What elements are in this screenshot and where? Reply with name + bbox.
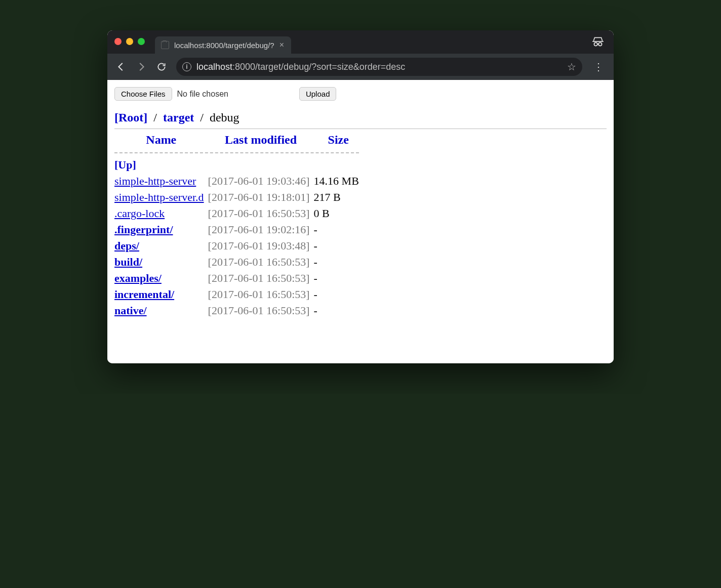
- col-modified[interactable]: Last modified: [208, 131, 314, 149]
- table-row: deps/[2017-06-01 19:03:48]-: [114, 238, 363, 254]
- file-size: -: [314, 303, 363, 319]
- file-modified: [2017-06-01 19:03:46]: [208, 173, 314, 189]
- file-size: 217 B: [314, 189, 363, 205]
- file-modified: [2017-06-01 19:02:16]: [208, 222, 314, 238]
- address-bar[interactable]: i localhost:8000/target/debug/?sort=size…: [176, 58, 582, 76]
- file-modified: [2017-06-01 16:50:53]: [208, 254, 314, 270]
- browser-window: localhost:8000/target/debug/? × i lo: [107, 30, 614, 363]
- titlebar: localhost:8000/target/debug/? ×: [107, 30, 614, 54]
- folder-link[interactable]: deps/: [114, 239, 139, 252]
- svg-point-0: [594, 43, 597, 46]
- table-row: .fingerprint/[2017-06-01 19:02:16]-: [114, 222, 363, 238]
- forward-button: [133, 58, 150, 75]
- url-text: localhost:8000/target/debug/?sort=size&o…: [196, 62, 562, 72]
- incognito-icon: [591, 35, 605, 49]
- choose-files-button[interactable]: Choose Files: [114, 87, 172, 101]
- file-modified: [2017-06-01 16:50:53]: [208, 205, 314, 222]
- tab-title: localhost:8000/target/debug/?: [174, 41, 274, 50]
- bookmark-icon[interactable]: ☆: [567, 61, 576, 73]
- window-controls: [114, 38, 145, 45]
- table-row: build/[2017-06-01 16:50:53]-: [114, 254, 363, 270]
- table-row: simple-http-server.d[2017-06-01 19:18:01…: [114, 189, 363, 205]
- file-modified: [2017-06-01 16:50:53]: [208, 303, 314, 319]
- file-modified: [2017-06-01 16:50:53]: [208, 286, 314, 303]
- file-chosen-status: No file chosen: [177, 90, 228, 99]
- table-row: native/[2017-06-01 16:50:53]-: [114, 303, 363, 319]
- file-link[interactable]: simple-http-server.d: [114, 191, 204, 203]
- file-icon: [161, 41, 169, 49]
- file-size: 14.16 MB: [314, 173, 363, 189]
- folder-link[interactable]: native/: [114, 304, 147, 317]
- reload-button[interactable]: [153, 58, 170, 75]
- file-modified: [2017-06-01 19:18:01]: [208, 189, 314, 205]
- up-link[interactable]: [Up]: [114, 158, 136, 171]
- menu-button[interactable]: ⋮: [588, 61, 609, 73]
- minimize-window-button[interactable]: [126, 38, 133, 45]
- file-size: -: [314, 222, 363, 238]
- breadcrumb: [Root] / target / debug: [114, 111, 607, 124]
- breadcrumb-current: debug: [210, 111, 239, 124]
- up-row: [Up]: [114, 157, 363, 173]
- folder-link[interactable]: .fingerprint/: [114, 223, 173, 236]
- folder-link[interactable]: build/: [114, 256, 142, 268]
- folder-link[interactable]: examples/: [114, 272, 162, 284]
- maximize-window-button[interactable]: [138, 38, 145, 45]
- file-size: -: [314, 286, 363, 303]
- file-modified: [2017-06-01 16:50:53]: [208, 270, 314, 286]
- file-size: -: [314, 270, 363, 286]
- table-row: simple-http-server[2017-06-01 19:03:46]1…: [114, 173, 363, 189]
- browser-tab[interactable]: localhost:8000/target/debug/? ×: [155, 36, 291, 54]
- back-button[interactable]: [112, 58, 130, 75]
- file-size: -: [314, 238, 363, 254]
- file-size: 0 B: [314, 205, 363, 222]
- file-modified: [2017-06-01 19:03:48]: [208, 238, 314, 254]
- file-table: Name Last modified Size [Up] simple-http…: [114, 131, 363, 319]
- folder-link[interactable]: incremental/: [114, 288, 174, 301]
- file-link[interactable]: simple-http-server: [114, 175, 196, 187]
- table-row: .cargo-lock[2017-06-01 16:50:53]0 B: [114, 205, 363, 222]
- upload-button[interactable]: Upload: [299, 87, 337, 101]
- site-info-icon[interactable]: i: [182, 62, 191, 71]
- page-content: Choose Files No file chosen Upload [Root…: [107, 80, 614, 363]
- breadcrumb-target[interactable]: target: [163, 111, 194, 124]
- svg-point-1: [598, 43, 602, 46]
- upload-form: Choose Files No file chosen Upload: [114, 87, 607, 101]
- file-size: -: [314, 254, 363, 270]
- file-link[interactable]: .cargo-lock: [114, 207, 165, 220]
- close-tab-icon[interactable]: ×: [279, 40, 284, 50]
- col-name[interactable]: Name: [114, 131, 208, 149]
- close-window-button[interactable]: [114, 38, 122, 45]
- breadcrumb-root[interactable]: [Root]: [114, 111, 147, 124]
- table-row: examples/[2017-06-01 16:50:53]-: [114, 270, 363, 286]
- toolbar: i localhost:8000/target/debug/?sort=size…: [107, 54, 614, 80]
- table-row: incremental/[2017-06-01 16:50:53]-: [114, 286, 363, 303]
- divider: [114, 129, 607, 129]
- col-size[interactable]: Size: [314, 131, 363, 149]
